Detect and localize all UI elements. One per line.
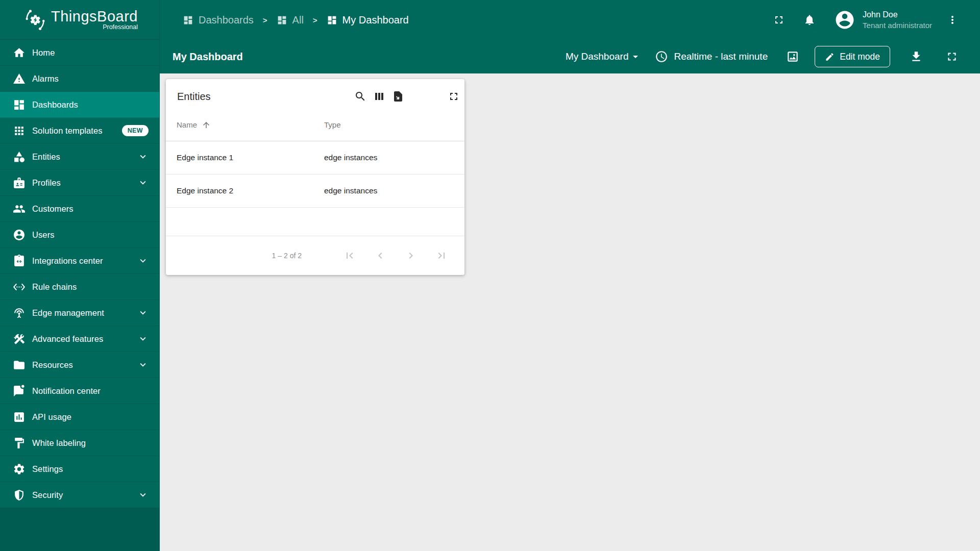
sidebar: ThingsBoard Professional HomeAlarmsDashb…	[0, 0, 160, 551]
first-page-button[interactable]	[344, 249, 356, 262]
sidebar-item-alarms[interactable]: Alarms	[0, 66, 159, 92]
sidebar-item-label: Alarms	[32, 74, 149, 84]
sidebar-item-label: Notification center	[32, 386, 149, 396]
user-avatar[interactable]	[834, 9, 855, 31]
sidebar-item-label: Security	[32, 490, 137, 500]
bell-icon	[803, 14, 816, 26]
caret-down-icon	[629, 51, 642, 63]
sidebar-item-entities[interactable]: Entities	[0, 144, 159, 170]
sidebar-item-edge-management[interactable]: Edge management	[0, 300, 159, 326]
widget-title: Entities	[177, 91, 348, 103]
sidebar-item-label: Customers	[32, 204, 149, 214]
sidebar-item-label: Solution templates	[32, 126, 122, 136]
fullscreen-icon	[945, 50, 959, 63]
user-menu[interactable]: John Doe Tenant administrator	[863, 9, 932, 31]
fullscreen-icon	[448, 90, 460, 103]
breadcrumb-label: Dashboards	[199, 14, 254, 26]
security-icon	[13, 489, 26, 502]
settings-icon	[13, 463, 26, 475]
user-role: Tenant administrator	[863, 20, 932, 31]
sidebar-item-solution-templates[interactable]: Solution templatesNEW	[0, 118, 159, 144]
cell-type: edge instances	[324, 186, 464, 195]
edit-icon	[825, 52, 835, 62]
entities-icon	[13, 151, 26, 163]
kebab-menu-button[interactable]	[946, 14, 959, 26]
last-page-button[interactable]	[435, 249, 448, 262]
widget-search-button[interactable]	[354, 90, 366, 103]
edge-management-icon	[13, 307, 26, 319]
sidebar-item-advanced-features[interactable]: Advanced features	[0, 326, 159, 352]
rule-chains-icon	[13, 281, 26, 293]
sidebar-item-notification-center[interactable]: Notification center	[0, 378, 159, 404]
table-row[interactable]: Edge instance 2edge instances	[166, 174, 464, 208]
sidebar-item-security[interactable]: Security	[0, 482, 159, 508]
sidebar-item-api-usage[interactable]: API usage	[0, 404, 159, 430]
api-usage-icon	[13, 411, 26, 423]
chevron-down-icon	[137, 489, 149, 500]
sidebar-menu: HomeAlarmsDashboardsSolution templatesNE…	[0, 40, 159, 508]
column-header-type[interactable]: Type	[324, 120, 464, 129]
chevron-down-icon	[137, 177, 149, 188]
white-labeling-icon	[13, 437, 26, 449]
column-header-name[interactable]: Name	[177, 120, 324, 130]
timewindow-button[interactable]: Realtime - last minute	[655, 50, 768, 63]
dashboards-icon	[13, 98, 26, 111]
breadcrumb-item-dashboards[interactable]: Dashboards	[183, 14, 254, 26]
sidebar-item-white-labeling[interactable]: White labeling	[0, 430, 159, 456]
sidebar-item-users[interactable]: Users	[0, 222, 159, 248]
integrations-icon	[13, 255, 26, 267]
dashboard-icon	[183, 15, 193, 26]
widget-columns-button[interactable]	[373, 90, 385, 103]
sidebar-item-label: Resources	[32, 360, 137, 370]
sidebar-item-home[interactable]: Home	[0, 40, 159, 66]
dashboard-image-button[interactable]	[786, 50, 799, 63]
sidebar-item-label: Entities	[32, 152, 137, 162]
chevron-down-icon	[137, 359, 149, 370]
alarm-warning-icon	[13, 72, 26, 85]
arrow-upward-icon	[202, 120, 211, 130]
logo[interactable]: ThingsBoard Professional	[0, 0, 159, 40]
chevron-left-icon	[374, 249, 386, 262]
timewindow-label: Realtime - last minute	[674, 51, 768, 62]
advanced-features-icon	[13, 333, 26, 345]
breadcrumb-label: My Dashboard	[342, 14, 409, 26]
sidebar-item-settings[interactable]: Settings	[0, 456, 159, 482]
next-page-button[interactable]	[405, 249, 417, 262]
breadcrumb-item-all[interactable]: All	[277, 14, 304, 26]
cell-name: Edge instance 2	[177, 186, 324, 195]
sidebar-item-label: Profiles	[32, 178, 137, 188]
topbar-actions: John Doe Tenant administrator	[773, 9, 959, 31]
more-vert-icon	[946, 14, 959, 26]
sidebar-item-label: Edge management	[32, 308, 137, 318]
toolbar-fullscreen-button[interactable]	[945, 50, 959, 63]
dashboard-state-select[interactable]: My Dashboard	[566, 51, 642, 63]
fullscreen-button[interactable]	[773, 14, 785, 26]
new-badge: NEW	[122, 125, 149, 136]
widget-fullscreen-button[interactable]	[448, 90, 460, 103]
breadcrumb-item-my-dashboard[interactable]: My Dashboard	[327, 14, 409, 26]
fullscreen-icon	[773, 14, 785, 26]
sidebar-item-customers[interactable]: Customers	[0, 196, 159, 222]
download-icon	[910, 50, 923, 63]
export-dashboard-button[interactable]	[910, 50, 923, 63]
edit-mode-label: Edit mode	[840, 52, 880, 62]
top-app-bar: Dashboards>All>My Dashboard John Doe Ten…	[160, 0, 980, 40]
profiles-icon	[13, 177, 26, 189]
notifications-bell-button[interactable]	[803, 14, 816, 26]
widget-export-button[interactable]	[392, 90, 404, 103]
sidebar-item-resources[interactable]: Resources	[0, 352, 159, 378]
sidebar-item-integrations-center[interactable]: Integrations center	[0, 248, 159, 274]
breadcrumb-label: All	[292, 14, 304, 26]
sidebar-item-dashboards[interactable]: Dashboards	[0, 92, 159, 118]
dashboard-canvas: Entities NameType Edge instance 1edge in…	[160, 73, 980, 551]
entities-widget: Entities NameType Edge instance 1edge in…	[166, 79, 464, 275]
sidebar-item-profiles[interactable]: Profiles	[0, 170, 159, 196]
table-row[interactable]: Edge instance 1edge instances	[166, 141, 464, 174]
sidebar-item-rule-chains[interactable]: Rule chains	[0, 274, 159, 300]
sidebar-item-label: White labeling	[32, 438, 149, 448]
edit-mode-button[interactable]: Edit mode	[815, 46, 890, 67]
customers-icon	[13, 203, 26, 215]
search-icon	[354, 90, 366, 103]
sidebar-item-label: Settings	[32, 464, 149, 474]
previous-page-button[interactable]	[374, 249, 386, 262]
